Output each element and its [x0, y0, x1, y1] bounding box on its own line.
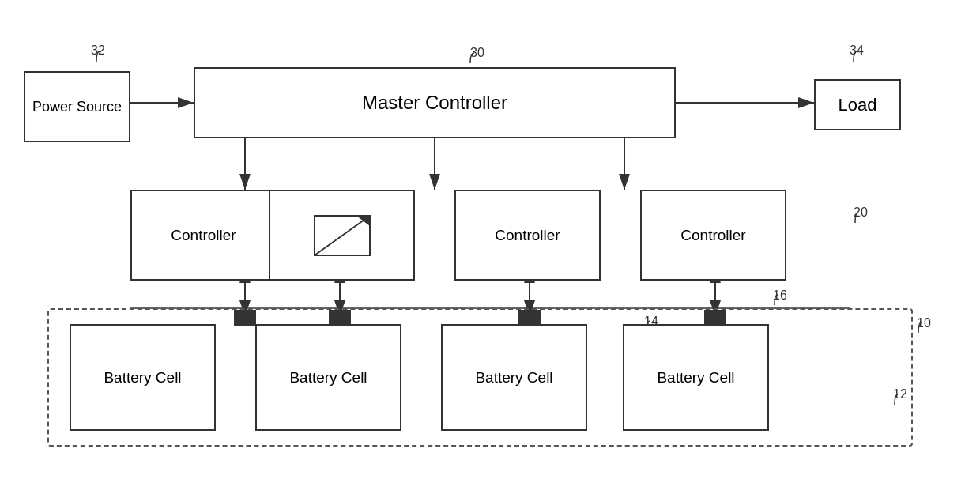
battery-cell4-label: Battery Cell — [657, 369, 734, 387]
battery-cell1-label: Battery Cell — [104, 369, 181, 387]
battery-cell3-label: Battery Cell — [475, 369, 552, 387]
power-source-box: Power Source — [24, 71, 130, 142]
master-controller-box: Master Controller — [194, 67, 676, 138]
diagram: 30 32 34 20 20 22 16 14 12 10 Ma — [0, 0, 980, 479]
load-box: Load — [814, 79, 901, 130]
load-label: Load — [839, 95, 877, 115]
battery-cell2-box: Battery Cell — [255, 324, 401, 431]
svg-line-19 — [315, 216, 370, 255]
controller3-label: Controller — [680, 227, 745, 244]
power-source-label: Power Source — [32, 99, 122, 115]
battery-cell3-box: Battery Cell — [441, 324, 587, 431]
capacitor-symbol — [295, 204, 390, 267]
controller2-label: Controller — [495, 227, 560, 244]
master-controller-label: Master Controller — [362, 92, 507, 114]
battery-cell2-label: Battery Cell — [289, 369, 367, 387]
controller1-label: Controller — [171, 227, 236, 244]
component-box — [269, 190, 415, 281]
controller2-box: Controller — [454, 190, 601, 281]
controller1-box: Controller — [130, 190, 277, 281]
battery-cell4-box: Battery Cell — [623, 324, 769, 431]
battery-cell1-box: Battery Cell — [70, 324, 216, 431]
controller3-box: Controller — [640, 190, 786, 281]
